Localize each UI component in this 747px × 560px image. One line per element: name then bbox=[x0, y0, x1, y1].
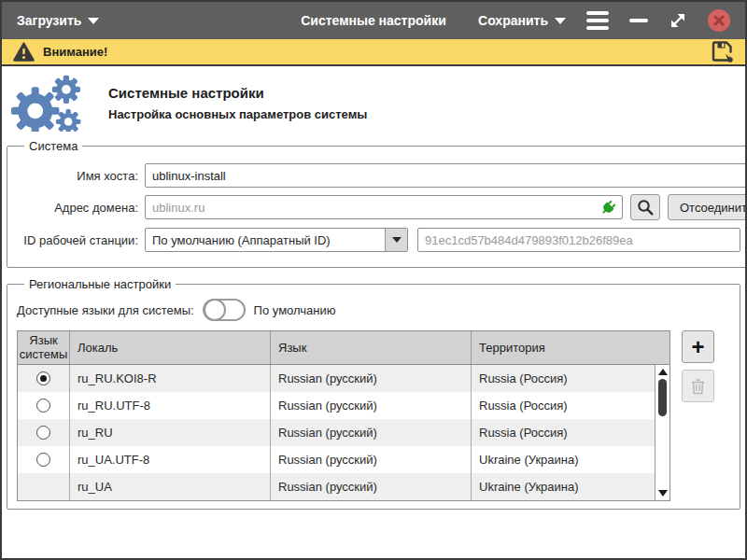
save-menu-button[interactable]: Сохранить bbox=[478, 13, 566, 28]
workstation-id-selected-value: По умолчанию (Аппаратный ID) bbox=[146, 233, 385, 247]
table-row[interactable]: ru_UA.UTF-8 Russian (русский) Ukraine (У… bbox=[18, 446, 669, 473]
save-menu-label: Сохранить bbox=[478, 13, 548, 28]
locales-table-header: Язык системы Локаль Язык Территория bbox=[18, 331, 669, 365]
add-locale-button[interactable]: + bbox=[682, 330, 714, 363]
system-language-cell bbox=[18, 419, 70, 446]
locale-cell: ru_UA.UTF-8 bbox=[70, 446, 271, 473]
language-cell: Russian (русский) bbox=[271, 419, 472, 446]
plug-connected-icon bbox=[600, 200, 616, 216]
expand-icon[interactable] bbox=[669, 11, 687, 30]
load-menu-label: Загрузить bbox=[17, 13, 81, 28]
column-header-locale: Локаль bbox=[70, 331, 271, 364]
hostname-label: Имя хоста: bbox=[17, 169, 138, 183]
toggle-state-label: По умолчанию bbox=[254, 303, 336, 317]
app-header: Системные настройки Настройка основных п… bbox=[2, 66, 745, 137]
table-row[interactable]: ru_RU.UTF-8 Russian (русский) Russia (Ро… bbox=[18, 392, 669, 419]
select-dropdown-button[interactable] bbox=[385, 229, 407, 251]
system-settings-window: Системные настройки Загрузить Сохранить bbox=[0, 0, 747, 560]
warning-triangle-icon bbox=[13, 42, 35, 62]
domain-label: Адрес домена: bbox=[17, 201, 138, 215]
hardware-id-value bbox=[417, 228, 740, 252]
locales-table-body: ru_RU.KOI8-R Russian (русский) Russia (Р… bbox=[18, 365, 669, 500]
system-language-cell bbox=[18, 446, 70, 473]
chevron-down-icon bbox=[555, 18, 566, 24]
workstation-id-label: ID рабочей станции: bbox=[17, 233, 138, 247]
warning-text: Внимание! bbox=[43, 45, 107, 59]
warning-bar: Внимание! bbox=[2, 39, 745, 66]
languages-toggle[interactable] bbox=[203, 299, 246, 321]
territory-cell: Russia (Россия) bbox=[472, 365, 669, 392]
arrow-up-icon bbox=[658, 369, 668, 375]
column-header-territory: Территория bbox=[472, 331, 669, 364]
system-language-radio[interactable] bbox=[36, 371, 50, 385]
system-language-radio[interactable] bbox=[36, 453, 50, 467]
locale-cell: ru_RU bbox=[70, 419, 271, 446]
gears-icon bbox=[9, 74, 93, 132]
territory-cell: Ukraine (Украина) bbox=[472, 446, 669, 473]
vertical-scrollbar[interactable] bbox=[655, 365, 669, 500]
domain-input[interactable] bbox=[145, 195, 623, 219]
hostname-input[interactable] bbox=[145, 163, 747, 188]
scrollbar-thumb[interactable] bbox=[658, 379, 667, 416]
table-row[interactable]: ru_RU Russian (русский) Russia (Россия) bbox=[18, 419, 669, 446]
disconnect-button[interactable]: Отсоединиться bbox=[668, 194, 747, 220]
regional-fieldset: Региональные настройки Доступные языки д… bbox=[7, 277, 740, 510]
language-cell: Russian (русский) bbox=[271, 365, 472, 392]
save-file-icon[interactable] bbox=[712, 41, 734, 63]
titlebar: Системные настройки Загрузить Сохранить bbox=[2, 2, 745, 39]
system-language-radio[interactable] bbox=[36, 426, 50, 440]
system-language-cell bbox=[18, 392, 70, 419]
close-icon[interactable] bbox=[708, 9, 730, 32]
locales-table: Язык системы Локаль Язык Территория ru_R… bbox=[17, 330, 670, 501]
language-cell: Russian (русский) bbox=[271, 392, 472, 419]
arrow-down-icon bbox=[658, 490, 668, 497]
regional-legend: Региональные настройки bbox=[24, 277, 176, 291]
system-fieldset: Система Имя хоста: Адрес домена: bbox=[7, 139, 747, 268]
language-cell: Russian (русский) bbox=[271, 473, 472, 500]
scroll-down-button[interactable] bbox=[655, 487, 669, 499]
system-language-radio[interactable] bbox=[36, 399, 50, 413]
chevron-down-icon bbox=[392, 237, 402, 243]
system-language-cell bbox=[18, 365, 70, 392]
locale-cell: ru_UA bbox=[70, 473, 271, 500]
territory-cell: Russia (Россия) bbox=[472, 392, 669, 419]
delete-locale-button bbox=[682, 370, 714, 402]
workstation-id-select[interactable]: По умолчанию (Аппаратный ID) bbox=[145, 228, 408, 252]
table-row[interactable]: ru_RU.KOI8-R Russian (русский) Russia (Р… bbox=[18, 365, 669, 392]
territory-cell: Ukraine (Украина) bbox=[472, 473, 669, 500]
column-header-system-language: Язык системы bbox=[18, 331, 70, 364]
territory-cell: Russia (Россия) bbox=[472, 419, 669, 446]
system-language-cell bbox=[18, 473, 70, 500]
locale-cell: ru_RU.UTF-8 bbox=[70, 392, 271, 419]
domain-search-button[interactable] bbox=[630, 194, 660, 220]
column-header-language: Язык bbox=[271, 331, 472, 364]
page-title: Системные настройки bbox=[108, 85, 367, 101]
toggle-knob-icon bbox=[204, 299, 226, 321]
minimize-icon[interactable] bbox=[629, 19, 648, 22]
table-row[interactable]: ru_UA Russian (русский) Ukraine (Украина… bbox=[18, 473, 669, 500]
locale-cell: ru_RU.KOI8-R bbox=[70, 365, 271, 392]
available-languages-label: Доступные языки для системы: bbox=[17, 303, 194, 317]
load-menu-button[interactable]: Загрузить bbox=[17, 13, 99, 28]
hamburger-menu-icon[interactable] bbox=[586, 11, 609, 30]
system-legend: Система bbox=[24, 139, 82, 153]
page-subtitle: Настройка основных параметров системы bbox=[108, 107, 367, 121]
scroll-up-button[interactable] bbox=[655, 366, 669, 378]
trash-icon bbox=[690, 378, 706, 395]
search-icon bbox=[637, 199, 654, 216]
language-cell: Russian (русский) bbox=[271, 446, 472, 473]
chevron-down-icon bbox=[88, 18, 99, 24]
